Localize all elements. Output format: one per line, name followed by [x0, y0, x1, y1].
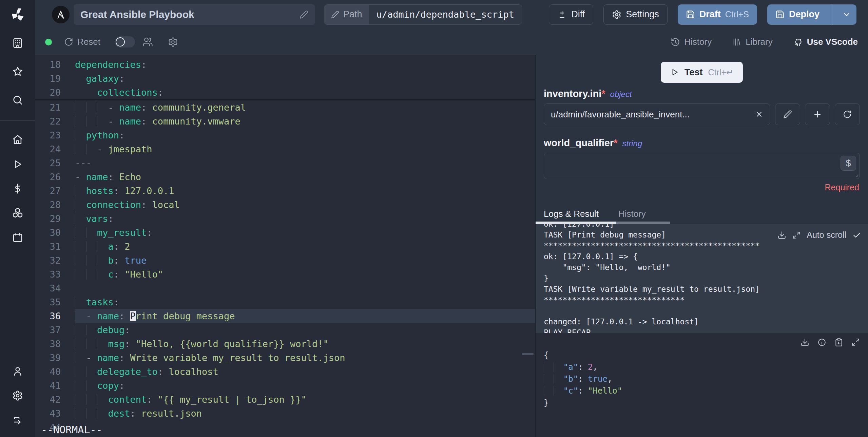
test-shortcut: Ctrl+↵ — [708, 68, 733, 77]
sidebar-item-logout[interactable] — [0, 408, 35, 432]
code-line[interactable]: 37 debug: — [35, 323, 535, 337]
field-name: inventory.ini — [544, 88, 601, 99]
sidebar-item-resources[interactable] — [0, 201, 35, 225]
add-resource-button[interactable] — [805, 103, 830, 125]
collaborators-button[interactable] — [142, 37, 153, 47]
deploy-dropdown-button[interactable] — [837, 4, 856, 25]
resize-handle[interactable] — [853, 172, 858, 177]
log-scrollbar[interactable] — [536, 222, 868, 224]
code-line[interactable]: 20 collections: — [35, 86, 535, 100]
status-dot — [45, 39, 52, 45]
code-line[interactable]: 43 dest: result.json — [35, 406, 535, 420]
cubes-icon — [12, 207, 23, 219]
settings-button[interactable]: Settings — [603, 4, 668, 25]
history-label: History — [684, 37, 712, 47]
code-line[interactable]: 23 python: — [35, 128, 535, 142]
mode-toggle[interactable] — [115, 36, 135, 48]
code-line[interactable]: 33 c: "Hello" — [35, 267, 535, 281]
windmill-logo[interactable] — [0, 0, 35, 29]
copy-icon[interactable] — [834, 338, 843, 347]
log-panel[interactable]: ok: [127.0.0.1]TASK [Print debug message… — [536, 224, 868, 333]
test-button[interactable]: Test Ctrl+↵ — [661, 62, 743, 83]
code-line[interactable]: 40 delegate_to: localhost — [35, 365, 535, 379]
check-icon[interactable] — [852, 231, 861, 240]
code-line[interactable]: 42 content: "{{ my_result | to_json }}" — [35, 393, 535, 406]
sidebar-item-home[interactable] — [0, 128, 35, 152]
history-button[interactable]: History — [671, 37, 712, 47]
close-icon[interactable] — [755, 110, 763, 118]
vim-mode-indicator: --NORMAL-- — [41, 424, 102, 436]
code-line[interactable]: 39 - name: Write variable my_result to r… — [35, 351, 535, 365]
code-line[interactable]: 24 - jmespath — [35, 142, 535, 156]
download-icon[interactable] — [801, 338, 809, 347]
log-line: "msg": "Hello, world!" — [544, 262, 868, 273]
sidebar-item-schedules[interactable] — [0, 225, 35, 250]
history-icon — [671, 37, 680, 47]
expand-icon[interactable] — [851, 338, 860, 347]
result-json-line: "c": "Hello" — [544, 385, 860, 397]
code-line[interactable]: 31 a: 2 — [35, 240, 535, 253]
log-line: changed: [127.0.0.1 -> localhost] — [544, 316, 868, 327]
logout-icon — [12, 415, 23, 425]
sidebar-item-account[interactable] — [0, 359, 35, 383]
code-line[interactable]: 32 b: true — [35, 253, 535, 267]
sidebar-item-favorites[interactable] — [0, 57, 35, 86]
sidebar-item-runs[interactable] — [0, 152, 35, 176]
code-line[interactable]: 36 - name: Print debug message — [35, 309, 535, 323]
required-asterisk: * — [614, 137, 617, 148]
star-icon — [12, 66, 23, 77]
draft-button[interactable]: Draft Ctrl+S — [678, 4, 757, 25]
expand-icon[interactable] — [792, 231, 801, 239]
refresh-resource-button[interactable] — [835, 103, 860, 125]
code-line[interactable]: 30 my_result: — [35, 226, 535, 240]
code-line[interactable]: 44 — [35, 420, 535, 434]
code-editor[interactable]: 18dependencies:19 galaxy:20 collections:… — [35, 55, 535, 437]
info-icon[interactable] — [817, 338, 826, 347]
field-type: object — [610, 90, 632, 99]
code-line[interactable]: 27 hosts: 127.0.0.1 — [35, 184, 535, 198]
code-line[interactable]: 19 galaxy: — [35, 72, 535, 86]
world-qualifier-textarea[interactable]: $ — [544, 153, 860, 179]
tab-logs-result[interactable]: Logs & Result — [544, 209, 599, 219]
variable-picker-button[interactable]: $ — [841, 156, 856, 171]
code-line[interactable]: 28 connection: local — [35, 198, 535, 212]
sidebar-item-variables[interactable] — [0, 176, 35, 201]
sidebar-item-workspace[interactable] — [0, 29, 35, 57]
library-button[interactable]: Library — [732, 37, 772, 47]
editor-scrollbar-thumb[interactable] — [522, 353, 534, 355]
code-line[interactable]: 41 copy: — [35, 379, 535, 393]
pencil-icon[interactable] — [300, 10, 308, 19]
code-line[interactable]: 38 msg: "Hello, {{world_qualifier}} worl… — [35, 337, 535, 351]
reset-button[interactable]: Reset — [64, 37, 100, 47]
editor-settings-button[interactable] — [168, 37, 178, 47]
log-line: PLAY RECAP — [544, 327, 868, 333]
inventory-input[interactable]: u/admin/favorable_ansible_invent... — [544, 103, 770, 125]
code-line[interactable]: 25--- — [35, 156, 535, 170]
code-line[interactable]: 22 - name: community.vmware — [35, 114, 535, 128]
code-line[interactable]: 18dependencies: — [35, 58, 535, 72]
vscode-button[interactable]: Use VScode — [793, 37, 858, 47]
play-icon — [670, 68, 679, 77]
sidebar-item-settings[interactable] — [0, 383, 35, 408]
tab-history[interactable]: History — [618, 209, 646, 219]
diff-label: Diff — [571, 9, 585, 20]
plus-minus-icon — [557, 10, 567, 19]
result-area: { "a": 2, "b": true, "c": "Hello"} — [536, 333, 868, 437]
code-line[interactable]: 34 — [35, 281, 535, 295]
deploy-button[interactable]: Deploy — [767, 4, 856, 25]
code-line[interactable]: 26- name: Echo — [35, 170, 535, 184]
reset-label: Reset — [77, 37, 100, 47]
code-line[interactable]: 35 tasks: — [35, 295, 535, 309]
vscode-icon — [793, 37, 803, 47]
download-icon[interactable] — [777, 231, 786, 240]
code-line[interactable]: 21 - name: community.general — [35, 100, 535, 114]
home-icon — [12, 134, 23, 146]
result-json-line: { — [544, 349, 860, 361]
code-line[interactable]: 29 vars: — [35, 212, 535, 226]
diff-button[interactable]: Diff — [549, 4, 593, 25]
script-title-field[interactable]: Great Ansible Playbook — [74, 4, 315, 25]
result-json-line: "a": 2, — [544, 361, 860, 373]
sidebar-item-search[interactable] — [0, 86, 35, 114]
edit-resource-button[interactable] — [775, 103, 800, 125]
path-button[interactable]: Path u/admin/dependable_script — [324, 4, 522, 25]
